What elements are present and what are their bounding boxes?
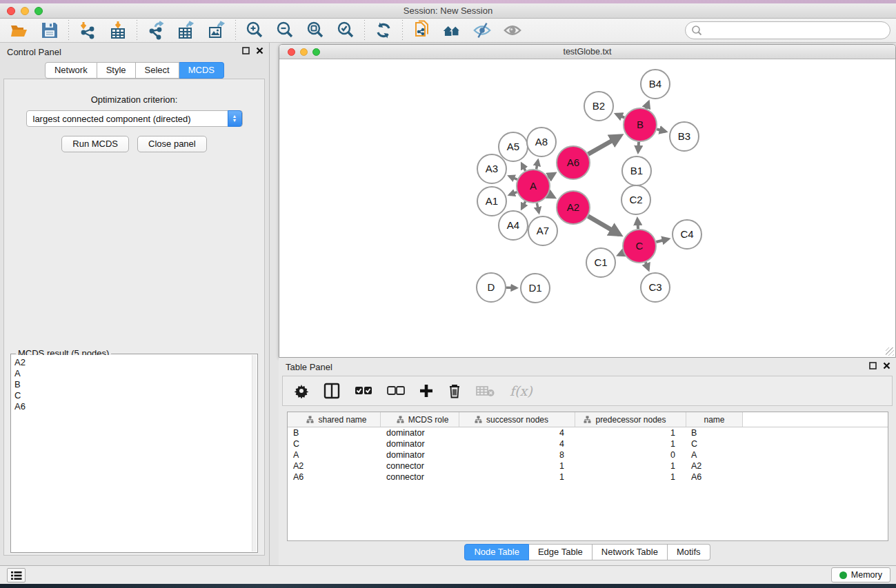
graph-node-A2[interactable]: A2 [557,191,590,224]
export-image-icon[interactable] [207,21,226,40]
graph-node-B[interactable]: B [624,108,657,141]
graph-node-B3[interactable]: B3 [670,122,699,151]
graph-node-C2[interactable]: C2 [621,185,650,214]
graph-edge-B-B1[interactable] [638,142,639,152]
zoom-fit-icon[interactable] [306,21,325,40]
close-panel-icon[interactable] [256,47,263,54]
export-network-icon[interactable] [146,21,166,40]
search-input[interactable] [703,23,890,37]
tab-motifs[interactable]: Motifs [668,544,710,560]
delete-column-icon[interactable] [448,383,461,398]
task-history-button[interactable] [7,568,26,582]
graph-node-B4[interactable]: B4 [641,70,670,99]
tab-edge-table[interactable]: Edge Table [529,544,593,560]
node-table[interactable]: shared name MCDS role successor nodes pr… [287,412,888,541]
table-row[interactable]: Cdominator41C [288,438,888,449]
graph-node-A1[interactable]: A1 [477,187,506,216]
graph-edge-A-A1[interactable] [510,192,517,195]
hide-all-columns-icon[interactable] [387,386,405,396]
network-window-titlebar[interactable]: testGlobe.txt [279,45,895,59]
mcds-result-item[interactable]: C [14,390,249,401]
column-header-mcds-role[interactable]: MCDS role [381,412,459,427]
tab-network-table[interactable]: Network Table [593,544,668,560]
search-field[interactable] [685,21,890,39]
graph-edge-A-A5[interactable] [522,164,526,171]
tab-network[interactable]: Network [45,62,97,79]
mcds-result-item[interactable]: B [14,379,249,390]
column-header-name[interactable]: name [686,412,743,427]
mcds-result-item[interactable]: A2 [14,357,249,368]
graph-edge-C-C3[interactable] [646,262,648,270]
graph-node-C[interactable]: C [623,230,656,263]
import-table-icon[interactable] [108,21,128,40]
network-canvas[interactable]: AA1A2A3A4A5A6A7A8BB1B2B3B4CC1C2C3C4DD1 [279,59,895,357]
graph-edge-C-C2[interactable] [637,219,638,229]
table-options-gear-icon[interactable] [294,383,309,398]
graph-node-A7[interactable]: A7 [528,216,557,245]
graph-edge-B-B3[interactable] [657,129,666,131]
graph-node-D[interactable]: D [477,273,506,302]
graph-node-A8[interactable]: A8 [527,128,556,156]
zoom-selected-icon[interactable] [336,21,355,40]
graph-edge-A-A2[interactable] [548,194,554,197]
hide-labels-icon[interactable] [472,21,492,40]
graph-edge-A-A4[interactable] [522,201,526,208]
resize-grip-icon[interactable] [886,347,894,356]
table-row[interactable]: A2connector11A2 [288,460,888,472]
graph-node-A[interactable]: A [517,170,550,203]
graph-node-B2[interactable]: B2 [584,92,613,121]
add-column-icon[interactable] [419,384,433,398]
mcds-list-scrollbar[interactable] [252,355,257,551]
delete-table-icon[interactable] [476,385,495,397]
table-row[interactable]: A6connector11A6 [288,472,888,483]
column-header-predecessor-nodes[interactable]: predecessor nodes [575,412,686,427]
graph-edge-A-A6[interactable] [548,174,555,178]
graph-node-A5[interactable]: A5 [499,132,528,161]
show-eye-icon[interactable] [503,21,522,40]
save-session-icon[interactable] [40,21,59,40]
graph-edge-B-B4[interactable] [646,102,649,108]
function-builder-icon[interactable]: f(x) [510,383,532,398]
graph-edge-A-A8[interactable] [537,161,538,169]
graph-node-B1[interactable]: B1 [622,156,651,185]
graph-node-A4[interactable]: A4 [499,211,528,240]
tab-mcds[interactable]: MCDS [179,62,224,79]
graph-node-A3[interactable]: A3 [477,154,506,183]
graph-edge-C-C1[interactable] [619,253,624,255]
graph-node-C1[interactable]: C1 [586,248,615,277]
mcds-result-item[interactable]: A [14,368,249,379]
graph-edge-B-B2[interactable] [617,114,625,118]
table-row[interactable]: Bdominator41B [288,427,888,438]
tab-style[interactable]: Style [97,62,136,79]
zoom-out-icon[interactable] [275,21,295,40]
close-panel-icon[interactable] [883,362,890,369]
criterion-dropdown[interactable]: largest connected component (directed) ▲… [26,110,243,127]
show-all-columns-icon[interactable] [355,386,372,396]
refresh-icon[interactable] [374,21,393,40]
tab-select[interactable]: Select [136,62,179,79]
graph-edge-A6-B[interactable] [588,136,620,154]
column-header-shared-name[interactable]: shared name [288,412,381,427]
graph-edge-A-A3[interactable] [509,176,517,180]
column-header-successor-nodes[interactable]: successor nodes [459,412,575,427]
float-panel-icon[interactable] [869,362,877,369]
close-panel-button[interactable]: Close panel [137,136,207,152]
network-file-icon[interactable] [412,21,431,40]
export-table-icon[interactable] [177,21,196,40]
graph-node-D1[interactable]: D1 [521,274,550,303]
mcds-result-item[interactable]: A6 [14,401,249,412]
toggle-panes-icon[interactable] [323,383,340,399]
graph-node-C4[interactable]: C4 [673,220,701,249]
graph-edge-A2-C[interactable] [588,216,620,235]
graph-edge-A-A7[interactable] [537,203,539,212]
open-session-icon[interactable] [10,21,29,40]
import-network-icon[interactable] [78,21,97,40]
run-mcds-button[interactable]: Run MCDS [61,136,129,152]
memory-button[interactable]: Memory [831,567,890,582]
home-icon[interactable] [442,21,461,40]
table-row[interactable]: Adominator80A [288,449,888,460]
tab-node-table[interactable]: Node Table [464,544,529,560]
zoom-in-icon[interactable] [245,21,264,40]
graph-node-A6[interactable]: A6 [557,146,590,179]
mcds-result-list[interactable]: A2 A B C A6 [12,355,252,551]
